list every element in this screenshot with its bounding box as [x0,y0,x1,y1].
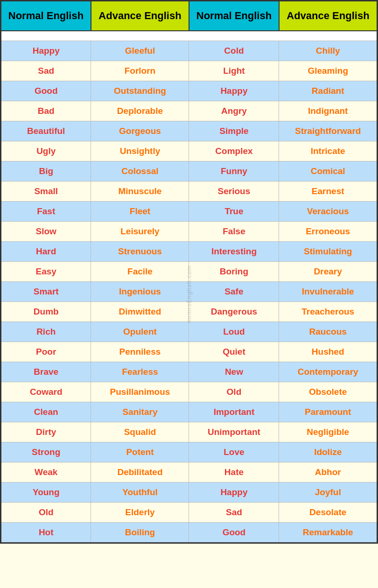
advance-word-1: Gorgeous [91,121,189,141]
table-row: SmallMinusculeSeriousEarnest [1,182,378,202]
table-row: YoungYouthfulHappyJoyful [1,483,378,503]
advance-word-1: Dimwitted [91,302,189,322]
table-row: SadForlornLightGleaming [1,61,378,81]
table-row: GoodOutstandingHappyRadiant [1,81,378,101]
normal-word-1: Smart [1,282,91,302]
normal-word-2: Light [189,61,279,81]
advance-word-1: Youthful [91,483,189,503]
normal-word-2: Happy [189,81,279,101]
normal-word-1: Poor [1,342,91,362]
vocabulary-table: Normal English Advance English Normal En… [0,0,378,544]
table-row: SmartIngeniousSafeInvulnerable [1,282,378,302]
advance-word-1: Unsightly [91,141,189,161]
normal-word-1: Ugly [1,141,91,161]
normal-word-2: Loud [189,322,279,342]
normal-word-1: Strong [1,442,91,462]
table-row: FastFleetTrueVeracious [1,202,378,222]
normal-word-1: Coward [1,382,91,402]
advance-word-2: Veracious [279,202,378,222]
header-col2: Advance English [91,1,189,31]
normal-word-2: Interesting [189,242,279,262]
advance-word-1: Facile [91,262,189,282]
advance-word-2: Gleaming [279,61,378,81]
normal-word-2: Hate [189,462,279,483]
advance-word-2: Stimulating [279,242,378,262]
normal-word-1: Clean [1,402,91,422]
normal-word-2: Quiet [189,342,279,362]
table-row: BeautifulGorgeousSimpleStraightforward [1,121,378,141]
normal-word-1: Easy [1,262,91,282]
advance-word-1: Fleet [91,202,189,222]
table-row: CleanSanitaryImportantParamount [1,402,378,422]
advance-word-1: Minuscule [91,182,189,202]
normal-word-1: Small [1,182,91,202]
advance-word-1: Sanitary [91,402,189,422]
advance-word-2: Paramount [279,402,378,422]
advance-word-1: Ingenious [91,282,189,302]
normal-word-2: Dangerous [189,302,279,322]
advance-word-1: Opulent [91,322,189,342]
table-row: DirtySqualidUnimportantNegligible [1,422,378,442]
normal-word-1: Fast [1,202,91,222]
advance-word-2: Joyful [279,483,378,503]
table-row: HotBoilingGoodRemarkable [1,523,378,543]
advance-word-2: Obsolete [279,382,378,402]
advance-word-2: Intricate [279,141,378,161]
table-row: BigColossalFunnyComical [1,161,378,182]
advance-word-1: Leisurely [91,222,189,242]
normal-word-1: Hard [1,242,91,262]
normal-word-2: Important [189,402,279,422]
normal-word-1: Rich [1,322,91,342]
table-row: PoorPennilessQuietHushed [1,342,378,362]
advance-word-1: Potent [91,442,189,462]
advance-word-1: Squalid [91,422,189,442]
normal-word-2: Old [189,382,279,402]
normal-word-1: Brave [1,362,91,382]
header-col1: Normal English [1,1,91,31]
advance-word-2: Dreary [279,262,378,282]
normal-word-1: Hot [1,523,91,543]
advance-word-2: Invulnerable [279,282,378,302]
advance-word-1: Elderly [91,503,189,523]
normal-word-2: Complex [189,141,279,161]
normal-word-2: Angry [189,101,279,121]
table-row: OldElderlySadDesolate [1,503,378,523]
header-row: Normal English Advance English Normal En… [1,1,378,31]
advance-word-2: Abhor [279,462,378,483]
advance-word-2: Indignant [279,101,378,121]
advance-word-2: Negligible [279,422,378,442]
advance-word-2: Comical [279,161,378,182]
normal-word-2: False [189,222,279,242]
advance-word-2: Treacherous [279,302,378,322]
table-row: BadDeplorableAngryIndignant [1,101,378,121]
normal-word-1: Sad [1,61,91,81]
advance-word-1: Debilitated [91,462,189,483]
normal-word-2: Safe [189,282,279,302]
advance-word-1: Fearless [91,362,189,382]
table-row: CowardPusillanimousOldObsolete [1,382,378,402]
normal-word-1: Beautiful [1,121,91,141]
normal-word-1: Slow [1,222,91,242]
normal-word-1: Old [1,503,91,523]
table-row: UglyUnsightlyComplexIntricate [1,141,378,161]
advance-word-2: Remarkable [279,523,378,543]
advance-word-2: Chilly [279,41,378,61]
advance-word-1: Deplorable [91,101,189,121]
advance-word-2: Desolate [279,503,378,523]
normal-word-2: Simple [189,121,279,141]
normal-word-2: True [189,202,279,222]
table-row: EasyFacileBoringDreary [1,262,378,282]
normal-word-1: Dumb [1,302,91,322]
normal-word-2: Funny [189,161,279,182]
table-row: SlowLeisurelyFalseErroneous [1,222,378,242]
table-row: StrongPotentLoveIdolize [1,442,378,462]
normal-word-2: Happy [189,483,279,503]
normal-word-1: Good [1,81,91,101]
advance-word-2: Idolize [279,442,378,462]
advance-word-2: Radiant [279,81,378,101]
table-row: BraveFearlessNewContemporary [1,362,378,382]
normal-word-2: Cold [189,41,279,61]
normal-word-2: Boring [189,262,279,282]
normal-word-1: Big [1,161,91,182]
normal-word-1: Weak [1,462,91,483]
